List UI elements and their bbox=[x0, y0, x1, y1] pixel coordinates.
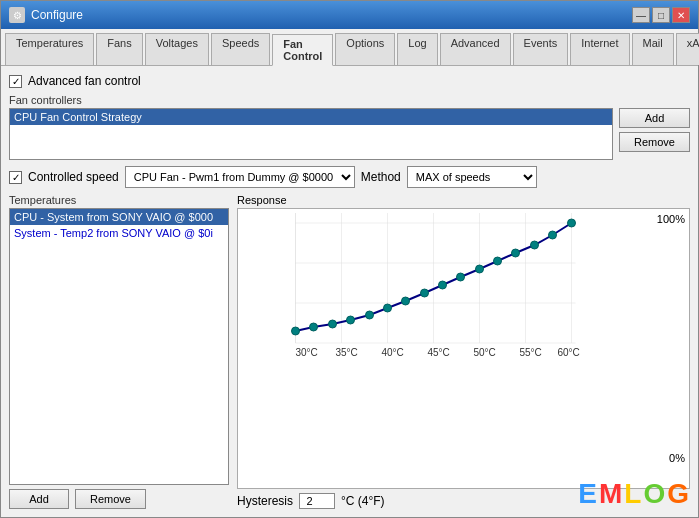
controlled-speed-label: Controlled speed bbox=[28, 170, 119, 184]
fan-controllers-label: Fan controllers bbox=[9, 94, 690, 106]
temperatures-label: Temperatures bbox=[9, 194, 229, 206]
svg-point-16 bbox=[384, 304, 392, 312]
tab-log[interactable]: Log bbox=[397, 33, 437, 65]
response-label: Response bbox=[237, 194, 690, 206]
main-window: ⚙ Configure — □ ✕ Temperatures Fans Volt… bbox=[0, 0, 699, 518]
tabs-row: Temperatures Fans Voltages Speeds Fan Co… bbox=[1, 29, 698, 66]
svg-point-24 bbox=[531, 241, 539, 249]
tab-voltages[interactable]: Voltages bbox=[145, 33, 209, 65]
fan-controllers-remove-button[interactable]: Remove bbox=[619, 132, 690, 152]
svg-point-13 bbox=[329, 320, 337, 328]
controlled-speed-select[interactable]: CPU Fan - Pwm1 from Dummy @ $0000 on PCI bbox=[125, 166, 355, 188]
svg-point-14 bbox=[347, 316, 355, 324]
tab-xap[interactable]: xAP bbox=[676, 33, 699, 65]
controlled-speed-checkbox[interactable]: ✓ bbox=[9, 171, 22, 184]
hysteresis-label: Hysteresis bbox=[237, 494, 293, 508]
temp-add-button[interactable]: Add bbox=[9, 489, 69, 509]
svg-text:35°C: 35°C bbox=[336, 347, 358, 358]
svg-point-20 bbox=[457, 273, 465, 281]
minimize-button[interactable]: — bbox=[632, 7, 650, 23]
svg-point-22 bbox=[494, 257, 502, 265]
fan-controllers-add-button[interactable]: Add bbox=[619, 108, 690, 128]
emlog-e: E bbox=[578, 478, 599, 509]
svg-point-23 bbox=[512, 249, 520, 257]
response-chart[interactable]: 30°C 35°C 40°C 45°C 50°C 55°C 60°C < > <… bbox=[242, 213, 659, 361]
titlebar-left: ⚙ Configure bbox=[9, 7, 83, 23]
fan-controllers-buttons: Add Remove bbox=[619, 108, 690, 160]
fan-controller-item[interactable]: CPU Fan Control Strategy bbox=[10, 109, 612, 125]
svg-text:50°C: 50°C bbox=[474, 347, 496, 358]
fan-controllers-box: CPU Fan Control Strategy Add Remove bbox=[9, 108, 690, 160]
tab-fan-control[interactable]: Fan Control bbox=[272, 34, 333, 66]
emlog-o: O bbox=[643, 478, 667, 509]
svg-point-26 bbox=[568, 219, 576, 227]
temperatures-panel: Temperatures CPU - System from SONY VAIO… bbox=[9, 194, 229, 509]
temp-remove-button[interactable]: Remove bbox=[75, 489, 146, 509]
tab-options[interactable]: Options bbox=[335, 33, 395, 65]
method-select[interactable]: MAX of speeds bbox=[407, 166, 537, 188]
app-icon: ⚙ bbox=[9, 7, 25, 23]
response-panel: Response 100% 0% bbox=[237, 194, 690, 509]
svg-point-19 bbox=[439, 281, 447, 289]
temperatures-listbox[interactable]: CPU - System from SONY VAIO @ $000 Syste… bbox=[9, 208, 229, 485]
svg-text:40°C: 40°C bbox=[382, 347, 404, 358]
close-button[interactable]: ✕ bbox=[672, 7, 690, 23]
titlebar-buttons: — □ ✕ bbox=[632, 7, 690, 23]
emlog-g: G bbox=[667, 478, 691, 509]
svg-text:30°C: 30°C bbox=[296, 347, 318, 358]
svg-point-25 bbox=[549, 231, 557, 239]
tab-advanced[interactable]: Advanced bbox=[440, 33, 511, 65]
fan-controllers-section: Fan controllers CPU Fan Control Strategy… bbox=[9, 94, 690, 160]
temp-item-1[interactable]: System - Temp2 from SONY VAIO @ $0i bbox=[10, 225, 228, 241]
main-content: ✓ Advanced fan control Fan controllers C… bbox=[1, 66, 698, 517]
hysteresis-unit: °C (4°F) bbox=[341, 494, 385, 508]
svg-text:< >: < > bbox=[554, 360, 569, 361]
temp-item-0[interactable]: CPU - System from SONY VAIO @ $000 bbox=[10, 209, 228, 225]
chart-y-min: 0% bbox=[669, 452, 685, 464]
maximize-button[interactable]: □ bbox=[652, 7, 670, 23]
controlled-speed-row: ✓ Controlled speed CPU Fan - Pwm1 from D… bbox=[9, 166, 690, 188]
svg-point-12 bbox=[310, 323, 318, 331]
advanced-fan-control-label: Advanced fan control bbox=[28, 74, 141, 88]
hysteresis-input[interactable] bbox=[299, 493, 335, 509]
emlog-l: L bbox=[624, 478, 643, 509]
window-title: Configure bbox=[31, 8, 83, 22]
chart-y-max: 100% bbox=[657, 213, 685, 225]
tab-internet[interactable]: Internet bbox=[570, 33, 629, 65]
chart-container: 100% 0% bbox=[237, 208, 690, 489]
main-area: Temperatures CPU - System from SONY VAIO… bbox=[9, 194, 690, 509]
advanced-fan-control-checkbox[interactable]: ✓ bbox=[9, 75, 22, 88]
svg-point-18 bbox=[421, 289, 429, 297]
emlog-m: M bbox=[599, 478, 624, 509]
fan-controllers-listbox[interactable]: CPU Fan Control Strategy bbox=[9, 108, 613, 160]
tab-mail[interactable]: Mail bbox=[632, 33, 674, 65]
svg-text:< >: < > bbox=[296, 360, 311, 361]
svg-text:55°C: 55°C bbox=[520, 347, 542, 358]
svg-point-15 bbox=[366, 311, 374, 319]
svg-text:60°C: 60°C bbox=[558, 347, 580, 358]
method-label: Method bbox=[361, 170, 401, 184]
emlog-watermark: EMLOG bbox=[578, 478, 691, 510]
svg-text:45°C: 45°C bbox=[428, 347, 450, 358]
svg-point-17 bbox=[402, 297, 410, 305]
tab-fans[interactable]: Fans bbox=[96, 33, 142, 65]
tab-temperatures[interactable]: Temperatures bbox=[5, 33, 94, 65]
tab-events[interactable]: Events bbox=[513, 33, 569, 65]
svg-point-21 bbox=[476, 265, 484, 273]
tab-speeds[interactable]: Speeds bbox=[211, 33, 270, 65]
titlebar: ⚙ Configure — □ ✕ bbox=[1, 1, 698, 29]
temperatures-buttons: Add Remove bbox=[9, 489, 229, 509]
svg-point-11 bbox=[292, 327, 300, 335]
advanced-fan-control-row: ✓ Advanced fan control bbox=[9, 74, 690, 88]
